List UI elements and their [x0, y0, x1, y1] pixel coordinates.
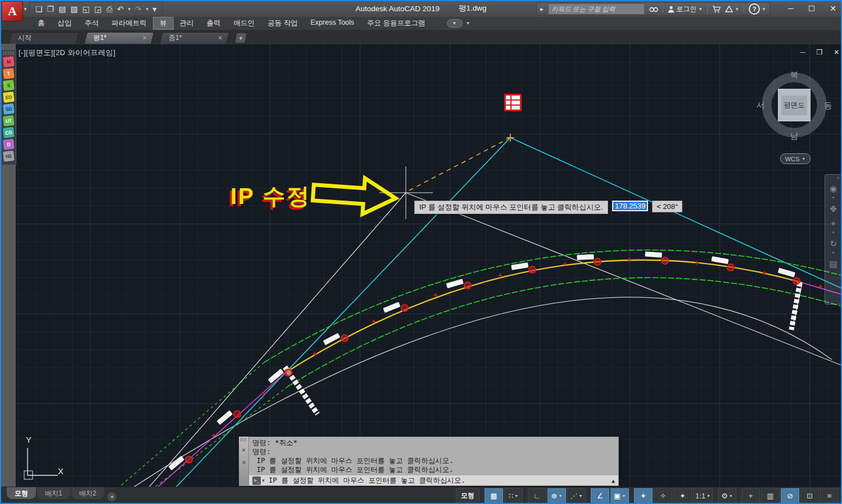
viewcube-south[interactable]: 남 — [790, 131, 799, 142]
file-tab-close-icon[interactable]: ✕ — [134, 35, 147, 41]
clean-screen-button[interactable]: + — [741, 488, 760, 503]
palette-app-d-icon[interactable]: D — [3, 139, 15, 150]
viewport-restore-button[interactable]: ❐ — [817, 48, 823, 56]
polar-tracking-caret-icon[interactable]: ▼ — [558, 494, 562, 498]
drawing-viewport[interactable]: Y X [-][평면도][2D 와이어프레임] ─ ❐ ✕ MTSEDSDUTC… — [0, 44, 842, 487]
ribbon-tab[interactable]: 주석 — [79, 17, 105, 29]
ribbon-tab[interactable]: 주요 응용프로그램 — [361, 17, 431, 29]
orbit-icon[interactable]: ↻ — [830, 239, 837, 249]
file-tab-close-icon[interactable]: ✕ — [209, 35, 223, 41]
ip-table-block-icon[interactable] — [504, 94, 522, 111]
viewport-minimize-button[interactable]: ─ — [800, 48, 805, 56]
palette-app-ut-icon[interactable]: UT — [3, 115, 15, 126]
help-icon[interactable]: ? ▼ — [749, 3, 766, 15]
isometric-drafting-caret-icon[interactable]: ▼ — [579, 494, 583, 498]
isometric-drafting-button[interactable]: ⋰▼ — [567, 488, 586, 503]
workspace-switching-caret-icon[interactable]: ▼ — [729, 494, 733, 498]
ribbon-tab[interactable]: 애드인 — [228, 17, 261, 29]
viewport-controls-label[interactable]: [-][평면도][2D 와이어프레임] — [19, 48, 116, 58]
command-prompt-icon[interactable]: >_ — [252, 476, 261, 485]
command-close-icon[interactable]: ✕ — [242, 446, 246, 453]
viewcube-west[interactable]: 서 — [757, 100, 765, 111]
command-customize-wrench-icon[interactable]: ⚒ — [240, 461, 247, 465]
command-prompt-caret-icon[interactable]: ▼ — [262, 478, 265, 483]
ribbon-collapse-caret-icon[interactable]: ▼ — [466, 21, 470, 26]
polar-tracking-button[interactable]: ⊕▼ — [547, 488, 566, 503]
annotation-marker-button[interactable]: ✦ — [673, 488, 692, 503]
dynamic-input-value-field[interactable]: 178.2539 — [612, 201, 648, 211]
infocenter-expand-icon[interactable]: ▶ — [540, 7, 544, 12]
command-window[interactable]: ✕ ⚒ 명령: *취소* 명령: IP 를 설정할 위치에 마우스 포인터를 놓… — [239, 437, 619, 486]
palette-grip[interactable] — [3, 51, 14, 55]
layout-tab-배치1[interactable]: 배치1 — [37, 487, 70, 499]
ribbon-state-toggle[interactable]: ▼ ▼ — [447, 19, 470, 28]
snap-mode-button[interactable]: ∷▼ — [504, 488, 523, 503]
ribbon-tab[interactable]: 파라메트릭 — [106, 17, 153, 29]
app-logo-icon[interactable]: A — [2, 1, 23, 21]
ribbon-tab[interactable]: Express Tools — [304, 17, 360, 29]
grid-display-button[interactable]: ▦ — [485, 488, 503, 503]
new-drawing-tab-button[interactable]: + — [236, 33, 247, 43]
ribbon-tab[interactable]: 출력 — [201, 17, 227, 29]
workspace-switching-button[interactable]: ⚙▼ — [718, 488, 736, 503]
command-history[interactable]: 명령: *취소* 명령: IP 를 설정할 위치에 마우스 포인터를 놓고 클릭… — [249, 437, 618, 475]
viewcube[interactable]: 북 서 동 남 평면도 WCS▼ — [752, 60, 838, 181]
object-snap-caret-icon[interactable]: ▼ — [622, 494, 626, 498]
app-store-cart-icon[interactable] — [712, 6, 721, 13]
viewcube-north[interactable]: 북 — [790, 70, 799, 80]
new-layout-button[interactable]: + — [107, 492, 116, 501]
pan-icon[interactable]: ✥ — [830, 204, 837, 214]
object-snap-button[interactable]: ▣▼ — [610, 488, 629, 503]
palette-app-s-icon[interactable]: S — [3, 80, 15, 91]
file-tab[interactable]: 평1*✕ — [85, 32, 153, 44]
close-button[interactable]: ✕ — [830, 4, 836, 13]
file-tab[interactable]: 시작 — [10, 32, 78, 44]
search-icon[interactable] — [649, 5, 658, 13]
dynamic-input-angle-field[interactable]: < 208° — [652, 201, 682, 212]
annotation-visibility-button[interactable]: ✦ — [634, 488, 653, 503]
wcs-dropdown[interactable]: WCS▼ — [780, 153, 811, 164]
command-input-line[interactable]: >_ ▼ IP 를 설정할 위치에 마우스 포인터를 놓고 클릭하십시오. ▲ — [249, 475, 618, 485]
command-expand-icon[interactable]: ▲ — [612, 478, 615, 484]
ribbon-tab[interactable]: 관리 — [174, 17, 200, 29]
sign-in-button[interactable]: 로그인 ▼ — [668, 4, 703, 14]
search-input[interactable] — [548, 3, 645, 15]
navbar-close-icon[interactable]: ✕ — [836, 176, 840, 180]
zoom-icon[interactable]: ⌖ — [831, 219, 835, 229]
ribbon-collapse-icon[interactable]: ▼ — [447, 19, 463, 28]
viewcube-east[interactable]: 동 — [824, 101, 832, 111]
hardware-acceleration-button[interactable]: ⊘ — [781, 488, 799, 503]
ortho-mode-button[interactable]: ∟ — [528, 488, 546, 503]
zoom-caret-icon[interactable]: ▾ — [832, 230, 835, 235]
navigation-wheel-caret-icon[interactable]: ▾ — [832, 196, 835, 200]
drawing-canvas[interactable] — [0, 44, 842, 487]
ribbon-tab[interactable]: 공동 작업 — [261, 17, 304, 29]
snap-mode-caret-icon[interactable]: ▼ — [514, 494, 518, 498]
isolate-objects-button[interactable]: ▥ — [761, 488, 780, 503]
palette-app-h2-icon[interactable]: H2 — [3, 151, 15, 162]
object-snap-tracking-button[interactable]: ∠ — [591, 488, 609, 503]
file-tab[interactable]: 종1*✕ — [161, 32, 228, 44]
maximize-button[interactable]: ☐ — [808, 4, 816, 13]
viewport-close-button[interactable]: ✕ — [834, 48, 839, 56]
ribbon-tab[interactable]: 삽입 — [52, 17, 78, 29]
command-grip[interactable] — [241, 438, 247, 442]
fullscreen-button[interactable]: ⊡ — [800, 488, 819, 503]
showmotion-icon[interactable]: ▤ — [829, 259, 837, 269]
orbit-caret-icon[interactable]: ▾ — [832, 251, 835, 255]
customization-button[interactable]: ≡ — [820, 488, 839, 503]
palette-app-m-icon[interactable]: M — [3, 56, 15, 67]
navigation-wheel-icon[interactable]: ◉ — [830, 184, 837, 194]
minimize-button[interactable]: ─ — [788, 4, 794, 13]
palette-app-sd-icon[interactable]: SD — [3, 103, 15, 115]
layout-tab-모형[interactable]: 모형 — [7, 487, 36, 499]
annotation-scale-caret-icon[interactable]: ▼ — [707, 494, 710, 498]
palette-app-ed-icon[interactable]: ED — [3, 92, 15, 103]
ribbon-tab[interactable]: 뷰 — [153, 17, 173, 29]
viewcube-top-face[interactable]: 평면도 — [778, 89, 811, 121]
command-prompt-text[interactable]: IP 를 설정할 위치에 마우스 포인터를 놓고 클릭하십시오. — [269, 476, 465, 485]
palette-app-t-icon[interactable]: T — [3, 68, 15, 79]
autodesk-exchange-icon[interactable]: ▼ — [725, 6, 739, 12]
ribbon-tab[interactable]: 홈 — [31, 17, 51, 29]
model-space-button[interactable]: 모형 — [456, 488, 479, 503]
